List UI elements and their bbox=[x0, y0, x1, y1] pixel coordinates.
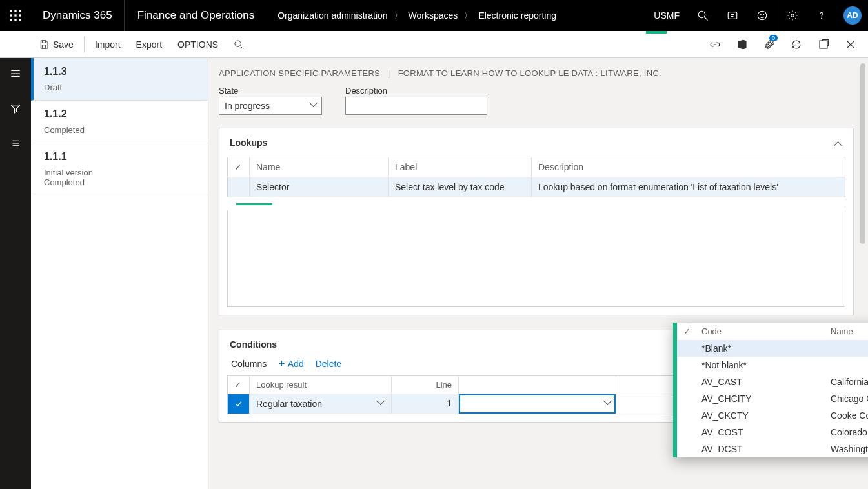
columns-label[interactable]: Columns bbox=[231, 359, 267, 369]
description-input[interactable] bbox=[345, 97, 487, 115]
dropdown-item[interactable]: AV_CKCTYCooke Country - Retail Prod bbox=[677, 407, 868, 424]
dropdown-item[interactable]: AV_CASTCalifornia State - Retail Prod bbox=[677, 374, 868, 390]
column-header[interactable]: Name bbox=[831, 326, 853, 336]
svg-rect-2 bbox=[19, 10, 21, 12]
column-header[interactable]: Lookup result bbox=[250, 376, 392, 394]
column-header[interactable] bbox=[459, 376, 616, 394]
export-button[interactable]: Export bbox=[128, 31, 170, 58]
breadcrumb-item[interactable]: Workspaces bbox=[409, 10, 458, 21]
user-avatar[interactable]: AD bbox=[843, 6, 862, 25]
line-cell[interactable]: 1 bbox=[392, 394, 459, 414]
column-header[interactable]: Name bbox=[250, 157, 389, 177]
chevron-up-icon bbox=[834, 138, 843, 147]
state-select[interactable]: In progress bbox=[219, 97, 322, 115]
lookups-body bbox=[227, 210, 845, 307]
top-bar: Dynamics 365 Finance and Operations Orga… bbox=[0, 0, 868, 31]
list-icon[interactable] bbox=[0, 132, 31, 155]
svg-rect-23 bbox=[820, 41, 827, 48]
check-column[interactable]: ✓ bbox=[228, 376, 250, 394]
dd-code: *Blank* bbox=[701, 343, 831, 354]
svg-rect-5 bbox=[19, 14, 21, 16]
help-icon[interactable] bbox=[807, 0, 836, 31]
version-status: Completed bbox=[44, 125, 197, 135]
version-item[interactable]: 1.1.1 Initial version Completed bbox=[31, 143, 208, 195]
state-field: State In progress bbox=[219, 86, 322, 115]
dropdown-item[interactable]: AV_CHCITYChicago City - Retail Prod bbox=[677, 390, 868, 407]
svg-point-18 bbox=[822, 18, 822, 19]
settings-icon[interactable] bbox=[778, 0, 806, 31]
messages-icon[interactable] bbox=[718, 0, 747, 31]
code-input[interactable] bbox=[459, 394, 616, 414]
breadcrumb-item[interactable]: Organization administration bbox=[278, 10, 387, 21]
check-column[interactable]: ✓ bbox=[228, 157, 250, 177]
smiley-icon[interactable] bbox=[748, 0, 776, 31]
separator: | bbox=[388, 68, 390, 78]
filter-icon[interactable] bbox=[0, 97, 31, 120]
chevron-right-icon: 〉 bbox=[394, 10, 402, 21]
lookups-header[interactable]: Lookups bbox=[219, 128, 853, 157]
header-title: FORMAT TO LEARN HOW TO LOOKUP LE DATA : … bbox=[398, 68, 661, 78]
state-value: In progress bbox=[225, 101, 270, 111]
row-check[interactable] bbox=[228, 177, 250, 197]
description-field: Description bbox=[345, 86, 487, 115]
check-column[interactable]: ✓ bbox=[683, 326, 701, 336]
hamburger-icon[interactable] bbox=[0, 62, 31, 85]
page-header: APPLICATION SPECIFIC PARAMETERS | FORMAT… bbox=[219, 68, 854, 78]
add-button[interactable]: + Add bbox=[278, 359, 303, 369]
breadcrumb-item[interactable]: Electronic reporting bbox=[478, 10, 556, 21]
close-icon[interactable] bbox=[838, 31, 863, 58]
table-row[interactable]: Selector Select tax level by tax code Lo… bbox=[228, 177, 845, 197]
dd-name bbox=[831, 360, 868, 370]
attachments-icon[interactable]: 0 bbox=[757, 31, 782, 58]
company-selector[interactable]: USMF bbox=[646, 0, 687, 31]
office-icon[interactable] bbox=[730, 31, 754, 58]
import-button[interactable]: Import bbox=[87, 31, 128, 58]
version-status: Initial version bbox=[44, 168, 197, 177]
dd-name: Washington DC - Retail Prod bbox=[831, 444, 868, 454]
dropdown-item[interactable]: AV_COSTColorado State - Retail Prod bbox=[677, 424, 868, 441]
divider bbox=[84, 37, 85, 52]
breadcrumb: Organization administration 〉 Workspaces… bbox=[267, 10, 567, 21]
svg-point-21 bbox=[235, 41, 241, 46]
dropdown-item[interactable]: *Blank* bbox=[677, 340, 868, 357]
version-item[interactable]: 1.1.3 Draft bbox=[31, 58, 208, 101]
lookups-section: Lookups ✓ Name Label Description Selecto… bbox=[219, 128, 854, 315]
search-button[interactable] bbox=[226, 31, 252, 58]
link-icon[interactable] bbox=[703, 31, 727, 58]
refresh-icon[interactable] bbox=[784, 31, 809, 58]
column-header[interactable]: Label bbox=[389, 157, 532, 177]
scrollbar-thumb[interactable] bbox=[860, 63, 865, 244]
version-status: Draft bbox=[44, 83, 197, 92]
version-item[interactable]: 1.1.2 Completed bbox=[31, 101, 208, 143]
delete-button[interactable]: Delete bbox=[316, 359, 341, 369]
search-icon[interactable] bbox=[689, 0, 717, 31]
dropdown-item[interactable]: AV_DCSTWashington DC - Retail Prod bbox=[677, 441, 868, 457]
app-launcher-icon[interactable] bbox=[0, 0, 31, 31]
svg-rect-20 bbox=[42, 45, 45, 48]
brand-title[interactable]: Dynamics 365 bbox=[31, 0, 125, 31]
popout-icon[interactable] bbox=[811, 31, 836, 58]
version-number: 1.1.1 bbox=[44, 151, 197, 163]
save-label: Save bbox=[53, 39, 74, 50]
add-label: Add bbox=[288, 359, 304, 369]
main-content: APPLICATION SPECIFIC PARAMETERS | FORMAT… bbox=[208, 58, 868, 489]
dd-code: AV_CAST bbox=[701, 377, 831, 387]
lookup-result-cell[interactable]: Regular taxation bbox=[250, 394, 392, 414]
save-button[interactable]: Save bbox=[31, 31, 81, 58]
lookup-result-value: Regular taxation bbox=[256, 399, 322, 409]
row-check[interactable] bbox=[228, 394, 250, 414]
dd-code: AV_CKCTY bbox=[701, 410, 831, 421]
conditions-title: Conditions bbox=[230, 339, 277, 350]
column-header[interactable]: Code bbox=[701, 326, 831, 336]
column-header[interactable]: Line bbox=[392, 376, 459, 394]
accent-underline bbox=[236, 203, 272, 205]
svg-point-17 bbox=[791, 14, 794, 17]
dropdown-item[interactable]: *Not blank* bbox=[677, 357, 868, 374]
svg-rect-11 bbox=[728, 12, 737, 19]
options-button[interactable]: OPTIONS bbox=[170, 31, 226, 58]
dd-name: California State - Retail Prod bbox=[831, 377, 868, 387]
column-header[interactable]: Description bbox=[532, 157, 845, 177]
code-cell[interactable] bbox=[459, 394, 616, 414]
version-number: 1.1.2 bbox=[44, 108, 197, 120]
cell-name: Selector bbox=[250, 177, 389, 197]
